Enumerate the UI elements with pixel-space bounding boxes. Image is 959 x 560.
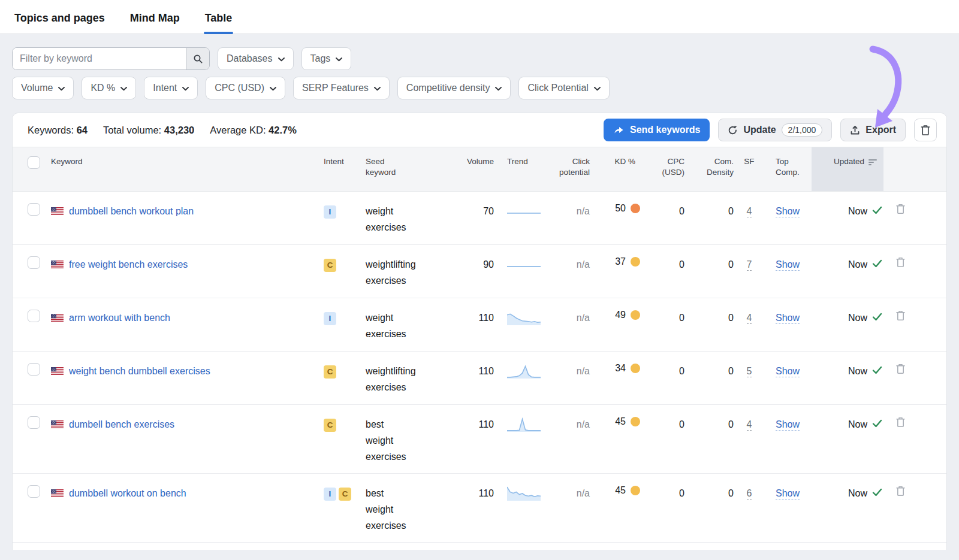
intent-badges: C xyxy=(324,405,366,473)
header-cpc[interactable]: CPC (USD) xyxy=(640,147,684,191)
update-button[interactable]: Update 2/1,000 xyxy=(718,119,832,141)
header-sf[interactable]: SF xyxy=(734,147,765,191)
show-top-competitors-link[interactable]: Show xyxy=(776,488,800,500)
volume-filter-dropdown[interactable]: Volume xyxy=(12,77,74,99)
delete-row-button[interactable] xyxy=(883,245,917,298)
tab-table[interactable]: Table xyxy=(204,4,234,34)
keyword-filter-input[interactable] xyxy=(13,48,186,69)
header-updated[interactable]: Updated xyxy=(812,147,883,191)
show-top-competitors-link[interactable]: Show xyxy=(776,206,800,217)
chevron-down-icon xyxy=(182,87,189,91)
keyword-link[interactable]: dumbbell workout on bench xyxy=(69,485,186,501)
serp-features-filter-label: SERP Features xyxy=(302,83,369,93)
intent-badges: C xyxy=(324,352,366,404)
sf-count[interactable]: 4 xyxy=(747,419,752,431)
show-top-competitors-link[interactable]: Show xyxy=(776,259,800,271)
volume-value: 70 xyxy=(454,192,494,244)
update-label: Update xyxy=(743,125,776,135)
check-icon xyxy=(872,313,882,321)
export-icon xyxy=(850,125,860,135)
header-seed-keyword[interactable]: Seed keyword xyxy=(366,147,454,191)
trend-sparkline xyxy=(494,474,554,542)
check-icon xyxy=(872,419,882,428)
kd-dot xyxy=(631,486,640,495)
com-density-value: 0 xyxy=(684,474,734,542)
sf-count[interactable]: 4 xyxy=(747,206,752,217)
keyword-link[interactable]: weight bench dumbbell exercises xyxy=(69,363,210,379)
intent-badge-i: I xyxy=(324,205,336,219)
row-checkbox[interactable] xyxy=(28,416,40,429)
kd-value: 34 xyxy=(615,363,626,374)
tab-topics-and-pages[interactable]: Topics and pages xyxy=(13,4,106,34)
chevron-down-icon xyxy=(270,87,276,91)
header-keyword[interactable]: Keyword xyxy=(51,147,324,191)
kd-value-group: 50 xyxy=(590,192,640,214)
show-top-competitors-link[interactable]: Show xyxy=(776,313,800,324)
chevron-down-icon xyxy=(495,87,502,91)
cpc-filter-dropdown[interactable]: CPC (USD) xyxy=(206,77,285,99)
chevron-down-icon xyxy=(120,87,127,91)
trend-sparkline xyxy=(494,245,554,298)
header-kd[interactable]: KD % xyxy=(590,147,640,191)
search-button[interactable] xyxy=(186,48,209,69)
seed-keyword: weight exercises xyxy=(366,298,454,351)
intent-filter-dropdown[interactable]: Intent xyxy=(144,77,198,99)
kd-value: 45 xyxy=(615,485,626,496)
click-potential-filter-dropdown[interactable]: Click Potential xyxy=(518,77,609,99)
row-checkbox[interactable] xyxy=(28,485,40,498)
header-volume[interactable]: Volume xyxy=(454,147,494,191)
filters-area: Databases Tags Volume KD % Intent CPC (U… xyxy=(0,34,959,99)
table-row: dumbbell workout on bench IC best weight… xyxy=(13,474,946,543)
kd-value-group: 45 xyxy=(590,405,640,427)
check-icon xyxy=(872,259,882,268)
row-checkbox[interactable] xyxy=(28,256,40,269)
table-toolbar: Keywords: 64 Total volume: 43,230 Averag… xyxy=(13,113,946,147)
keyword-link[interactable]: free weight bench exercises xyxy=(69,256,188,273)
intent-badges: I xyxy=(324,192,366,244)
sf-count[interactable]: 6 xyxy=(747,488,752,500)
keywords-count: Keywords: 64 xyxy=(28,125,88,136)
kd-filter-dropdown[interactable]: KD % xyxy=(82,77,136,99)
databases-dropdown[interactable]: Databases xyxy=(218,47,294,70)
competitive-density-filter-dropdown[interactable]: Competitive density xyxy=(397,77,511,99)
serp-features-filter-dropdown[interactable]: SERP Features xyxy=(293,77,390,99)
show-top-competitors-link[interactable]: Show xyxy=(776,366,800,377)
delete-all-button[interactable] xyxy=(914,119,937,141)
cpc-filter-label: CPC (USD) xyxy=(215,83,264,93)
chevron-down-icon xyxy=(58,87,65,91)
select-all-checkbox[interactable] xyxy=(28,156,40,169)
sf-count[interactable]: 4 xyxy=(747,313,752,324)
delete-row-button[interactable] xyxy=(883,405,917,473)
header-click-potential[interactable]: Click potential xyxy=(554,147,590,191)
kd-value-group: 37 xyxy=(590,245,640,267)
export-button[interactable]: Export xyxy=(840,119,906,141)
header-trend[interactable]: Trend xyxy=(494,147,554,191)
trash-icon xyxy=(896,364,905,374)
trend-sparkline xyxy=(494,405,554,473)
tab-mind-map[interactable]: Mind Map xyxy=(129,4,181,34)
row-checkbox[interactable] xyxy=(28,203,40,216)
sf-count[interactable]: 5 xyxy=(747,366,752,377)
click-potential-value: n/a xyxy=(554,352,590,404)
send-keywords-button[interactable]: Send keywords xyxy=(604,119,710,141)
header-intent[interactable]: Intent xyxy=(324,147,366,191)
us-flag-icon xyxy=(51,261,64,268)
tags-dropdown[interactable]: Tags xyxy=(301,47,352,70)
delete-row-button[interactable] xyxy=(883,192,917,244)
keyword-filter xyxy=(12,47,210,70)
header-com-density[interactable]: Com. Density xyxy=(684,147,734,191)
cpc-value: 0 xyxy=(640,352,684,404)
sf-count[interactable]: 7 xyxy=(747,259,752,271)
header-top-comp[interactable]: Top Comp. xyxy=(765,147,812,191)
show-top-competitors-link[interactable]: Show xyxy=(776,419,800,431)
seed-keyword: best weight exercises xyxy=(366,405,454,473)
delete-row-button[interactable] xyxy=(883,474,917,542)
keyword-link[interactable]: dumbbell bench workout plan xyxy=(69,203,194,219)
volume-value: 110 xyxy=(454,405,494,473)
delete-row-button[interactable] xyxy=(883,298,917,351)
row-checkbox[interactable] xyxy=(28,363,40,376)
delete-row-button[interactable] xyxy=(883,352,917,404)
keyword-link[interactable]: dumbell bench exercises xyxy=(69,416,174,432)
row-checkbox[interactable] xyxy=(28,310,40,322)
keyword-link[interactable]: arm workout with bench xyxy=(69,310,170,326)
